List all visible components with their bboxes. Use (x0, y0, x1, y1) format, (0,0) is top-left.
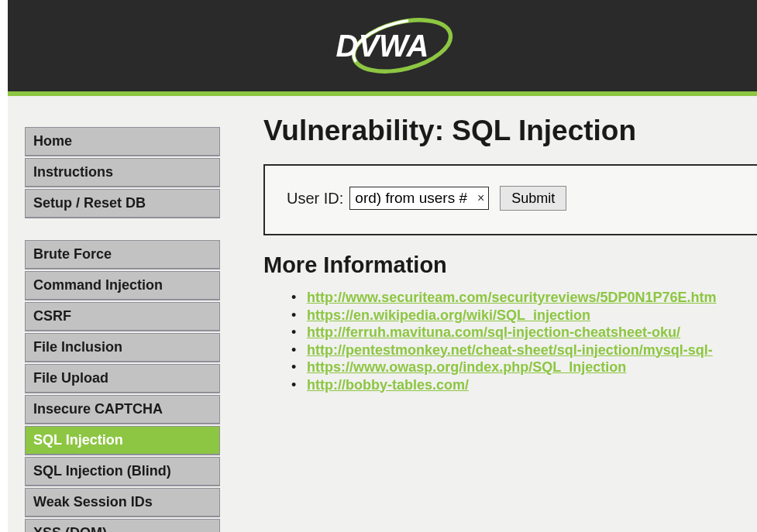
more-info-links: http://www.securiteam.com/securityreview… (263, 289, 757, 393)
nav-group-vulns: Brute Force Command Injection CSRF File … (25, 240, 228, 532)
page-title: Vulnerability: SQL Injection (263, 115, 757, 147)
sidebar-item-xss-dom[interactable]: XSS (DOM) (25, 519, 220, 532)
sidebar-item-csrf[interactable]: CSRF (25, 302, 220, 331)
sidebar-item-label: File Upload (33, 370, 108, 386)
sidebar-item-label: Instructions (33, 164, 113, 180)
sidebar-item-label: Insecure CAPTCHA (33, 401, 163, 417)
info-link[interactable]: http://www.securiteam.com/securityreview… (307, 290, 717, 305)
sidebar-item-file-inclusion[interactable]: File Inclusion (25, 333, 220, 362)
info-link[interactable]: http://ferruh.mavituna.com/sql-injection… (307, 324, 680, 340)
app-logo: DVWA (336, 29, 429, 63)
app-logo-text: DVWA (336, 29, 429, 63)
list-item: https://www.owasp.org/index.php/SQL_Inje… (307, 359, 757, 376)
sidebar-item-command-injection[interactable]: Command Injection (25, 271, 220, 300)
sidebar-item-label: SQL Injection (Blind) (33, 463, 171, 479)
sidebar-item-home[interactable]: Home (25, 127, 220, 156)
nav-group-general: Home Instructions Setup / Reset DB (25, 127, 228, 218)
sidebar: Home Instructions Setup / Reset DB Brute… (8, 96, 228, 532)
info-link[interactable]: http://pentestmonkey.net/cheat-sheet/sql… (307, 342, 713, 358)
sidebar-item-insecure-captcha[interactable]: Insecure CAPTCHA (25, 395, 220, 424)
info-link[interactable]: https://en.wikipedia.org/wiki/SQL_inject… (307, 307, 590, 323)
list-item: http://www.securiteam.com/securityreview… (307, 289, 757, 307)
list-item: http://pentestmonkey.net/cheat-sheet/sql… (307, 342, 757, 359)
sidebar-item-brute-force[interactable]: Brute Force (25, 240, 220, 269)
clear-input-icon[interactable]: × (477, 192, 484, 204)
info-link[interactable]: https://www.owasp.org/index.php/SQL_Inje… (307, 359, 626, 375)
app-header: DVWA (0, 0, 757, 91)
sidebar-item-sql-injection-blind[interactable]: SQL Injection (Blind) (25, 457, 220, 486)
user-id-label: User ID: (287, 190, 343, 208)
info-link[interactable]: http://bobby-tables.com/ (307, 377, 469, 393)
sidebar-item-file-upload[interactable]: File Upload (25, 364, 220, 393)
list-item: https://en.wikipedia.org/wiki/SQL_inject… (307, 307, 757, 324)
sidebar-item-label: Brute Force (33, 246, 112, 262)
sidebar-item-instructions[interactable]: Instructions (25, 158, 220, 187)
sidebar-item-sql-injection[interactable]: SQL Injection (25, 426, 220, 455)
list-item: http://bobby-tables.com/ (307, 376, 757, 394)
sidebar-item-label: SQL Injection (33, 432, 123, 448)
submit-button[interactable]: Submit (500, 186, 566, 211)
sidebar-item-label: CSRF (33, 308, 71, 324)
user-id-input[interactable] (349, 187, 489, 210)
sidebar-item-label: Home (33, 133, 72, 149)
sidebar-item-label: XSS (DOM) (33, 525, 107, 532)
list-item: http://ferruh.mavituna.com/sql-injection… (307, 324, 757, 342)
sidebar-item-weak-session-ids[interactable]: Weak Session IDs (25, 488, 220, 517)
more-info-heading: More Information (263, 252, 757, 278)
user-id-form: User ID: × Submit (263, 164, 757, 235)
sidebar-item-label: Command Injection (33, 277, 163, 293)
sidebar-item-setup[interactable]: Setup / Reset DB (25, 189, 220, 218)
sidebar-item-label: File Inclusion (33, 339, 122, 355)
main-content: Vulnerability: SQL Injection User ID: × … (228, 96, 757, 532)
sidebar-item-label: Weak Session IDs (33, 494, 153, 510)
sidebar-item-label: Setup / Reset DB (33, 195, 146, 211)
